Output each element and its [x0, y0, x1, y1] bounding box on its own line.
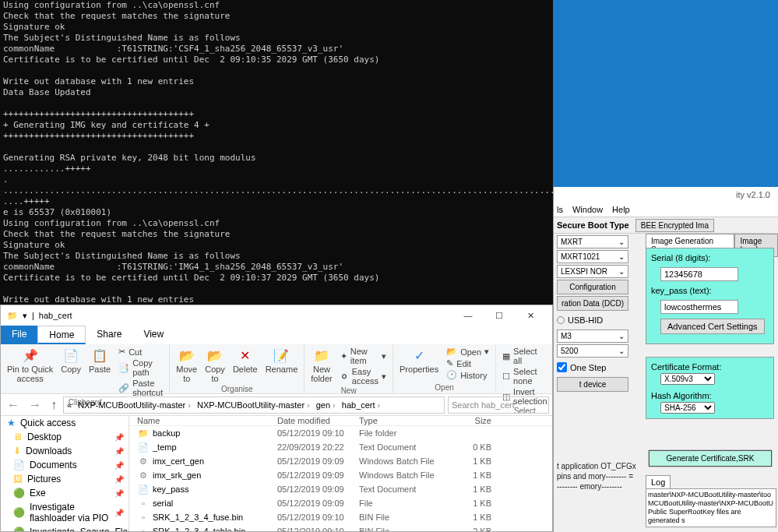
- new-item-button[interactable]: ✦New item ▾: [339, 346, 388, 366]
- delete-icon: ✕: [238, 347, 253, 363]
- file-row[interactable]: 📁backup05/12/2019 09:10File folder: [129, 426, 552, 440]
- rename-icon: 📝: [273, 347, 289, 363]
- star-icon: ★: [7, 417, 16, 428]
- breadcrumb[interactable]: « NXP-MCUBootUtility-master ›NXP-MCUBoot…: [63, 396, 445, 414]
- col-type[interactable]: Type: [359, 416, 452, 425]
- paste-button[interactable]: 📋Paste: [87, 346, 112, 375]
- t-device-button[interactable]: t device: [557, 377, 628, 392]
- left-settings-column: MXRT⌄ MXRT1021⌄ LEXSPI NOR⌄ Configuratio…: [554, 234, 632, 393]
- app-version: ity v2.1.0: [554, 187, 778, 203]
- copy-path-button[interactable]: 📑Copy path: [117, 358, 164, 378]
- nav-item[interactable]: 🟢Investigate_Secure_Flash📌: [1, 525, 128, 531]
- file-row[interactable]: ⚙imx_srk_gen05/12/2019 09:09Windows Batc…: [129, 468, 552, 482]
- configuration-button[interactable]: Configuration: [557, 280, 628, 294]
- file-icon: 📄: [137, 484, 150, 495]
- organise-group-label: Organise: [174, 385, 299, 393]
- cut-icon: ✂: [118, 347, 125, 357]
- nav-item[interactable]: 🖼Pictures📌: [1, 472, 128, 486]
- file-row[interactable]: 📄_temp22/09/2019 20:22Text Document0 KB: [129, 440, 552, 454]
- nav-item[interactable]: ⬇Downloads📌: [1, 444, 128, 458]
- menu-window[interactable]: Window: [572, 205, 603, 214]
- hash-algo-select[interactable]: SHA-256: [660, 402, 715, 414]
- view-tab[interactable]: View: [132, 326, 174, 344]
- maximize-button[interactable]: ☐: [484, 305, 515, 326]
- boot-device-dropdown[interactable]: LEXSPI NOR⌄: [557, 265, 628, 278]
- log-body[interactable]: master\NXP-MCUBootUtility-master\too MCU…: [646, 488, 776, 527]
- nav-item[interactable]: 🟢Investigate flashloader via PIO📌: [1, 500, 128, 525]
- rename-button[interactable]: 📝Rename: [264, 346, 300, 375]
- new-folder-button[interactable]: 📁New folder: [309, 346, 334, 385]
- file-row[interactable]: ▫SRK_1_2_3_4_fuse.bin05/12/2019 09:10BIN…: [129, 510, 552, 524]
- nav-forward-button[interactable]: →: [26, 398, 44, 412]
- minimize-button[interactable]: —: [452, 305, 484, 326]
- file-tab[interactable]: File: [1, 326, 37, 344]
- edit-button[interactable]: ✎Edit: [445, 358, 491, 369]
- nav-up-button[interactable]: ↑: [48, 398, 60, 412]
- select-all-button[interactable]: ▦Select all: [501, 346, 548, 366]
- file-row[interactable]: ▫serial05/12/2019 09:09File1 KB: [129, 496, 552, 510]
- breadcrumb-segment[interactable]: gen ›: [313, 400, 339, 410]
- copy-icon: 📄: [63, 347, 79, 363]
- pin-quick-access-button[interactable]: 📌Pin to Quick access: [5, 346, 55, 385]
- navigation-pane: ★Quick access 🖥Desktop📌⬇Downloads📌📄Docum…: [1, 416, 129, 531]
- nav-back-button[interactable]: ←: [4, 398, 23, 412]
- advanced-cert-button[interactable]: Advanced Cert Settings: [660, 319, 765, 334]
- properties-icon: ✓: [411, 347, 427, 363]
- nav-item[interactable]: 📄Documents📌: [1, 458, 128, 472]
- keypass-input[interactable]: [660, 300, 738, 314]
- file-icon: ▫: [137, 513, 150, 522]
- copy-button[interactable]: 📄Copy: [59, 346, 83, 375]
- file-row[interactable]: ⚙imx_cert_gen05/12/2019 09:09Windows Bat…: [129, 454, 552, 468]
- delete-button[interactable]: ✕Delete: [231, 346, 259, 375]
- select-none-button[interactable]: ☐Select none: [501, 366, 548, 386]
- share-tab[interactable]: Share: [86, 326, 132, 344]
- file-icon: ▫: [137, 499, 150, 508]
- serial-input[interactable]: [660, 267, 738, 281]
- quick-access[interactable]: ★Quick access: [1, 416, 128, 430]
- breadcrumb-segment[interactable]: hab_cert ›: [339, 400, 383, 410]
- one-step-checkbox[interactable]: One Step: [554, 359, 632, 375]
- menu-help[interactable]: Help: [612, 205, 630, 214]
- easy-icon: ⭘: [340, 372, 349, 381]
- menu-tools[interactable]: ls: [557, 205, 563, 214]
- file-row[interactable]: ▫SRK_1_2_3_4_table.bin05/12/2019 09:10BI…: [129, 524, 552, 531]
- down-icon[interactable]: ▾: [23, 311, 27, 321]
- properties-button[interactable]: ✓Properties: [398, 346, 440, 375]
- home-tab[interactable]: Home: [37, 326, 86, 344]
- nav-icon: 🖼: [13, 474, 23, 484]
- breadcrumb-segment[interactable]: NXP-MCUBootUtility-master ›: [75, 400, 194, 410]
- nav-item[interactable]: 🟢Exe📌: [1, 486, 128, 500]
- shortcut-icon: 🔗: [118, 383, 129, 393]
- onestep-check[interactable]: [557, 362, 567, 372]
- col-date[interactable]: Date modified: [277, 416, 359, 425]
- history-button[interactable]: 🕑History: [445, 369, 491, 381]
- cut-button[interactable]: ✂Cut: [117, 346, 164, 358]
- generate-cert-button[interactable]: Generate Certificate,SRK: [649, 450, 772, 467]
- search-input[interactable]: Search hab_cert: [448, 396, 549, 414]
- cert-format-select[interactable]: X.509v3: [660, 373, 715, 385]
- file-icon: 📄: [137, 442, 150, 453]
- file-row[interactable]: 📄key_pass05/12/2019 09:09Text Document1 …: [129, 482, 552, 496]
- mcu-series-dropdown[interactable]: MXRT⌄: [557, 235, 628, 248]
- open-button[interactable]: 📂Open ▾: [445, 346, 491, 358]
- col-size[interactable]: Size: [452, 416, 499, 425]
- log-panel: Log master\NXP-MCUBootUtility-master\too…: [646, 475, 776, 527]
- breadcrumb-segment[interactable]: NXP-MCUBootUtility-master ›: [194, 400, 313, 410]
- baud-dropdown[interactable]: 5200⌄: [557, 344, 628, 358]
- file-icon: 📁: [137, 428, 150, 439]
- move-to-button[interactable]: 📂Move to: [174, 346, 199, 385]
- mcu-device-dropdown[interactable]: MXRT1021⌄: [557, 250, 628, 263]
- easy-access-button[interactable]: ⭘Easy access ▾: [339, 366, 388, 386]
- column-headers[interactable]: Name Date modified Type Size: [129, 416, 552, 426]
- com-dropdown[interactable]: M3⌄: [557, 329, 628, 343]
- edit-icon: ✎: [446, 358, 453, 368]
- dcd-button[interactable]: ration Data (DCD): [557, 296, 628, 311]
- paste-icon: 📋: [92, 347, 107, 363]
- col-name[interactable]: Name: [129, 416, 277, 425]
- usb-hid-radio[interactable]: USB-HID: [554, 312, 632, 328]
- nav-item[interactable]: 🖥Desktop📌: [1, 430, 128, 444]
- bee-encrypted-button[interactable]: BEE Encrypted Ima: [635, 219, 714, 232]
- newitem-icon: ✦: [340, 351, 347, 361]
- copy-to-button[interactable]: 📂Copy to: [203, 346, 227, 385]
- close-button[interactable]: ✕: [515, 305, 546, 326]
